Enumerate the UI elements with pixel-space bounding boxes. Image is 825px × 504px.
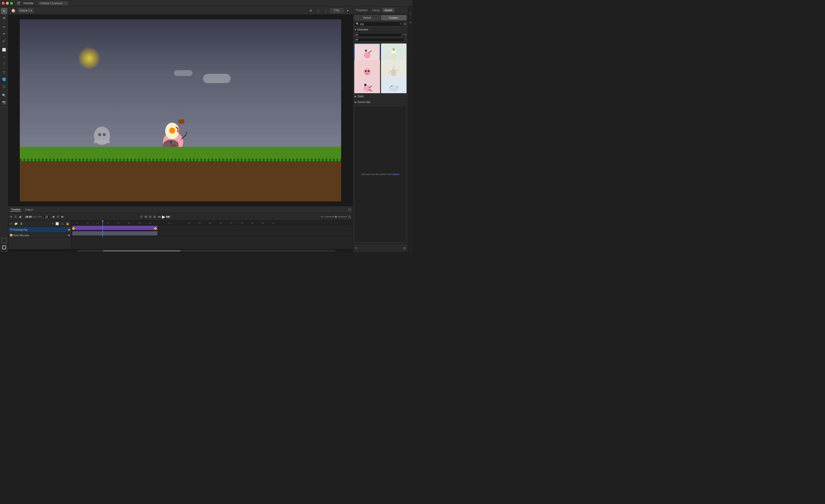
pencil-tool[interactable]: ✒ — [1, 30, 7, 37]
transform-tool[interactable]: ⊕ — [1, 15, 7, 21]
new-layer-btn[interactable]: ⊕ — [10, 215, 13, 219]
ruler-label: 1s — [168, 222, 170, 224]
left-toolbar: ↖ ⊕ ✏ ✒ 🖊 ⬜ ○ / T 🪣 ◻ 🔍 📷 — [0, 6, 8, 252]
ruler-label: 40 — [149, 222, 151, 224]
frame-input[interactable]: 15 — [43, 215, 50, 219]
asset-item-6[interactable] — [381, 77, 407, 93]
default-view-btn[interactable]: Default — [354, 15, 380, 20]
zoom-value[interactable]: 77% — [329, 8, 344, 13]
panel-btn[interactable]: ☰ — [409, 21, 412, 24]
list-view-btn[interactable]: ≡ — [404, 22, 406, 26]
filter-select-1[interactable]: All — [354, 33, 401, 37]
fps-value[interactable]: 24.00 — [25, 216, 32, 218]
timeline-expand-btn[interactable]: ⊡ — [348, 208, 351, 211]
oval-tool[interactable]: ○ — [1, 54, 7, 60]
step-back-btn[interactable]: ⊞ — [144, 215, 148, 219]
zoom-tool[interactable]: 🔍 — [1, 92, 7, 98]
text-tool[interactable]: T — [1, 69, 7, 76]
select-tool[interactable]: ↖ — [1, 8, 7, 14]
ink-tool[interactable]: 🖊 — [1, 37, 7, 44]
static-section-header[interactable]: ▶ Static — [353, 93, 408, 99]
delete-layer-btn[interactable]: 🗑 — [19, 222, 23, 226]
custom-view-btn[interactable]: Custom — [381, 15, 407, 20]
add-layer-btn[interactable]: + — [10, 222, 13, 226]
loop-btn[interactable]: ↺ — [56, 215, 60, 219]
minimize-button[interactable] — [6, 2, 9, 5]
playhead[interactable] — [102, 221, 103, 237]
animated-section-header[interactable]: ▼ Animated — [353, 27, 408, 32]
rect-tool[interactable]: ⬜ — [1, 47, 7, 53]
document-tab[interactable]: Untitled-1 (Canvas)* ✕ — [38, 1, 69, 5]
bird-svg — [387, 81, 400, 93]
layers-list: 🎬 Running Pig 🖼️ Grey Sky-png — [8, 227, 71, 249]
ruler-label: 80 — [251, 222, 253, 224]
paint-tool[interactable]: 🪣 — [1, 76, 7, 83]
layer-row[interactable]: 🎬 Running Pig — [8, 227, 71, 233]
asset-item-5[interactable] — [354, 77, 380, 93]
frame-bar[interactable] — [72, 226, 157, 230]
upload-icon[interactable]: ⬆ — [355, 246, 358, 250]
keyframe[interactable] — [72, 227, 75, 230]
info-icon[interactable]: i — [409, 12, 412, 15]
toggle-loop-btn[interactable]: ⊙ — [140, 215, 143, 219]
layer-menu-btn[interactable]: ☰ — [14, 215, 17, 219]
tab-close-icon[interactable]: ✕ — [64, 2, 66, 4]
eraser-tool[interactable]: ◻ — [1, 83, 7, 90]
settings-btn[interactable]: ⊛ — [153, 215, 156, 219]
onion-skin-btn[interactable]: ◉ — [19, 215, 22, 219]
keyframe[interactable] — [154, 227, 157, 230]
rewind-btn[interactable]: ↩ — [320, 215, 324, 219]
layer-row[interactable]: 🖼️ Grey Sky-png — [8, 233, 71, 238]
scene-selector[interactable]: Scene 1 ▾ — [18, 8, 33, 13]
delete-asset-icon[interactable]: 🗑 — [403, 246, 406, 250]
line-tool[interactable]: / — [1, 60, 7, 67]
collapse-btn[interactable]: › — [409, 7, 412, 11]
reverse-play-btn[interactable]: ⏮ — [157, 215, 161, 219]
clear-search-icon[interactable]: ✕ — [399, 22, 402, 25]
prev-keyframe-btn[interactable]: ◀ — [52, 215, 55, 219]
sound-clips-section-header[interactable]: ▶ Sound clips — [353, 99, 408, 105]
tab-title: Untitled-1 (Canvas)* — [40, 2, 63, 5]
frame-bar[interactable] — [72, 231, 157, 235]
svg-point-31 — [364, 84, 366, 86]
lock-icon[interactable]: ⬜ — [55, 222, 60, 226]
get-started-link[interactable]: Get started — [388, 173, 399, 176]
close-button[interactable] — [2, 2, 5, 5]
filter-button[interactable]: ▽ — [404, 33, 406, 36]
fill-color[interactable] — [1, 237, 7, 244]
easing-menu-btn[interactable]: ⋀ — [348, 215, 351, 219]
export-btn[interactable]: ⊟ — [148, 215, 152, 219]
filter-select-2[interactable]: All — [354, 38, 405, 41]
ruler-label: 75 — [240, 222, 243, 224]
maximize-button[interactable] — [10, 2, 13, 5]
tab-library[interactable]: Library — [370, 8, 382, 12]
easing-dot — [335, 216, 337, 218]
next-keyframe-btn[interactable]: ▶ — [61, 215, 64, 219]
ground-detail — [20, 159, 341, 161]
outline-icon[interactable]: ◻ — [61, 222, 64, 226]
play-to-end-btn[interactable]: ⏭ — [166, 214, 170, 219]
easing-area: ↩ ⋀ — [320, 215, 351, 219]
tab-output[interactable]: Output — [24, 208, 33, 212]
zoom-dropdown-icon[interactable]: ▾ — [344, 7, 351, 14]
camera-tool[interactable]: 📷 — [1, 99, 7, 105]
tab-properties[interactable]: Properties — [354, 8, 370, 12]
motion-icon[interactable]: 🔒 — [65, 222, 70, 226]
visibility-icon[interactable]: • — [52, 222, 54, 226]
tab-assets[interactable]: Assets — [382, 8, 394, 12]
tab-timeline[interactable]: Timeline — [10, 207, 21, 212]
canvas-toggle[interactable]: ⬚ — [315, 7, 321, 14]
timeline-controls: ⊕ ☰ ◉ 24.00 FPS FPS 15 ◀ ↺ ▶ ⊙ ⊞ — [8, 213, 353, 221]
play-button[interactable]: ▶ — [162, 214, 165, 219]
zoom-fit[interactable]: ↕ — [322, 7, 329, 14]
home-icon[interactable]: 🏠 — [10, 7, 17, 14]
stroke-color[interactable] — [1, 244, 7, 251]
search-input[interactable] — [360, 22, 398, 25]
timeline-scrollbar[interactable] — [8, 249, 353, 252]
snap-to-objects[interactable]: ⊞ — [307, 7, 314, 14]
add-folder-btn[interactable]: 📁 — [14, 222, 18, 226]
scrollbar-thumb[interactable] — [103, 250, 180, 252]
brush-tool[interactable]: ✏ — [1, 24, 7, 30]
collapse-btn-2[interactable]: › — [409, 17, 412, 20]
ruler-label: 5 — [76, 222, 77, 224]
